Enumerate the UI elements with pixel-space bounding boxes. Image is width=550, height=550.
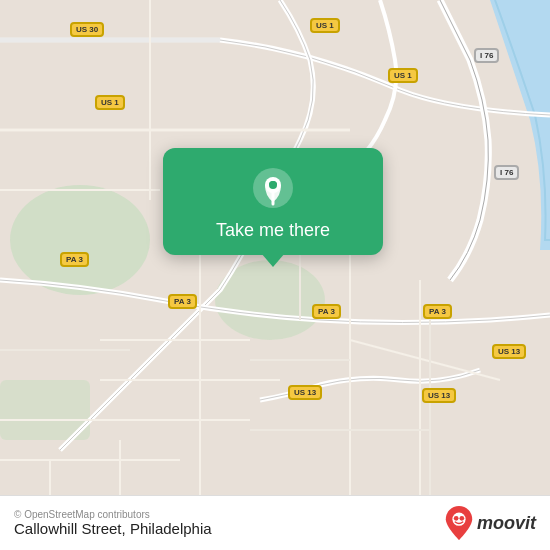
shield-i76-bot: I 76 [494, 165, 519, 180]
location-pin-icon [251, 166, 295, 210]
shield-us13-right: US 13 [492, 344, 526, 359]
bottom-bar: © OpenStreetMap contributors Callowhill … [0, 495, 550, 550]
location-info: © OpenStreetMap contributors Callowhill … [14, 509, 212, 537]
popup-label: Take me there [216, 220, 330, 241]
popup-card[interactable]: Take me there [163, 148, 383, 255]
moovit-logo: moovit [445, 506, 536, 540]
shield-us1-top: US 1 [310, 18, 340, 33]
svg-point-28 [269, 181, 277, 189]
svg-point-1 [10, 185, 150, 295]
shield-us30-top: US 30 [70, 22, 104, 37]
shield-us13-bot1: US 13 [288, 385, 322, 400]
map-container: US 1 US 1 US 1 US 30 US 30 I 76 I 76 PA … [0, 0, 550, 550]
shield-us1-mid: US 1 [95, 95, 125, 110]
shield-pa3-right: PA 3 [423, 304, 452, 319]
shield-us13-bot2: US 13 [422, 388, 456, 403]
copyright-text: © OpenStreetMap contributors [14, 509, 212, 520]
shield-us1-right: US 1 [388, 68, 418, 83]
map-svg [0, 0, 550, 550]
svg-point-31 [459, 516, 464, 521]
location-name: Callowhill Street, Philadelphia [14, 520, 212, 537]
shield-pa3-mid1: PA 3 [168, 294, 197, 309]
shield-i76-top: I 76 [474, 48, 499, 63]
moovit-text: moovit [477, 513, 536, 534]
shield-pa3-left: PA 3 [60, 252, 89, 267]
moovit-pin-icon [445, 506, 473, 540]
svg-point-30 [454, 516, 459, 521]
shield-pa3-mid2: PA 3 [312, 304, 341, 319]
map-background: US 1 US 1 US 1 US 30 US 30 I 76 I 76 PA … [0, 0, 550, 550]
